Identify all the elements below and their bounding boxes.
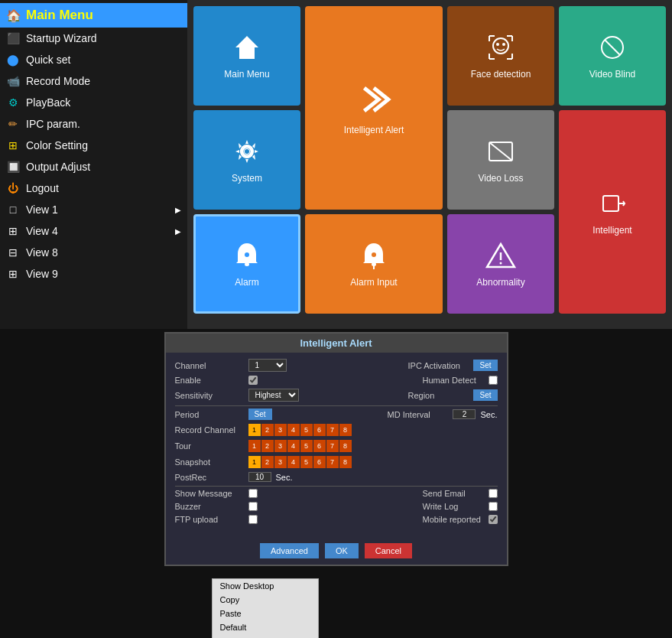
human-detect-checkbox[interactable] [489, 376, 498, 385]
buzzer-label: Buzzer [175, 502, 244, 511]
sidebar-item-ipc-param[interactable]: ✏ IPC param. [0, 113, 187, 135]
menu-title[interactable]: 🏠 Main Menu [0, 3, 187, 28]
ftp-upload-checkbox[interactable] [248, 515, 258, 524]
mobile-reported-checkbox[interactable] [489, 515, 498, 524]
ipc-activation-set-button[interactable]: Set [473, 360, 497, 371]
tile-abnormality[interactable]: Abnormality [447, 214, 554, 314]
ch-btn-6[interactable]: 6 [313, 424, 326, 436]
ipc-activation-label: IPC Activation [407, 361, 469, 370]
channel-dropdown[interactable]: 1234 [248, 359, 287, 372]
sidebar-item-view4[interactable]: ⊞ View 4 ▶ [0, 220, 187, 242]
sidebar-item-label: IPC param. [26, 118, 80, 130]
ipc-param-icon: ✏ [6, 117, 20, 131]
alarm-icon [232, 240, 262, 271]
tour-ch-btn-2[interactable]: 2 [261, 440, 274, 452]
postrec-input[interactable] [248, 472, 271, 482]
snap-ch-btn-8[interactable]: 8 [339, 456, 352, 468]
sidebar-item-startup-wizard[interactable]: ⬛ Startup Wizard [0, 28, 187, 49]
context-copy[interactable]: Copy [213, 593, 318, 607]
tile-alarm-input[interactable]: Alarm Input [305, 214, 443, 314]
view4-icon: ⊞ [6, 224, 20, 238]
dialog-body: Channel 1234 IPC Activation Set Enable H… [166, 353, 507, 534]
cancel-button[interactable]: Cancel [365, 543, 412, 558]
tile-system[interactable]: System [193, 110, 300, 210]
tile-intelligent-alert-label: Intelligent Alert [344, 125, 404, 135]
send-email-label: Send Email [423, 489, 484, 498]
snap-ch-btn-5[interactable]: 5 [300, 456, 313, 468]
tour-ch-btn-8[interactable]: 8 [339, 440, 352, 452]
tour-label: Tour [175, 441, 244, 451]
tour-ch-btn-5[interactable]: 5 [300, 440, 313, 452]
region-set-button[interactable]: Set [473, 389, 497, 401]
tour-ch-btn-7[interactable]: 7 [326, 440, 339, 452]
context-record-conf[interactable]: Record Conf. [213, 634, 318, 638]
enable-checkbox[interactable] [248, 376, 258, 385]
chevron-right-icon [355, 80, 393, 119]
view1-icon: □ [6, 203, 20, 216]
ch-btn-2[interactable]: 2 [261, 424, 274, 436]
write-log-checkbox[interactable] [489, 502, 498, 511]
sidebar-item-view9[interactable]: ⊞ View 9 [0, 263, 187, 285]
svg-point-7 [245, 149, 249, 154]
ch-btn-5[interactable]: 5 [300, 424, 313, 436]
tile-alarm[interactable]: Alarm [193, 214, 300, 314]
tile-intelligent-alert[interactable]: Intelligent Alert [305, 6, 443, 210]
ch-btn-7[interactable]: 7 [326, 424, 339, 436]
ch-btn-4[interactable]: 4 [287, 424, 300, 436]
tile-video-blind-label: Video Blind [589, 69, 636, 80]
abnormality-icon [485, 240, 516, 271]
ok-button[interactable]: OK [325, 543, 359, 558]
snap-ch-btn-4[interactable]: 4 [287, 456, 300, 468]
snap-ch-btn-3[interactable]: 3 [274, 456, 287, 468]
sidebar-item-color-setting[interactable]: ⊞ Color Setting [0, 135, 187, 156]
tile-video-loss[interactable]: Video Loss [447, 110, 554, 210]
svg-point-0 [493, 38, 508, 54]
bottom-section: Intelligent Alert Channel 1234 IPC Activ… [0, 329, 672, 638]
context-default[interactable]: Default [213, 620, 318, 634]
snap-ch-btn-6[interactable]: 6 [313, 456, 326, 468]
md-interval-input[interactable] [453, 409, 476, 419]
context-show-desktop[interactable]: Show Desktop [213, 579, 318, 593]
ch-btn-3[interactable]: 3 [274, 424, 287, 436]
tour-row: Tour 1 2 3 4 5 6 7 8 [175, 440, 498, 452]
arrow-icon: ▶ [175, 227, 181, 236]
tile-video-blind[interactable]: Video Blind [559, 6, 666, 106]
sidebar-item-view8[interactable]: ⊟ View 8 [0, 242, 187, 263]
show-message-label: Show Message [175, 489, 244, 498]
record-channel-buttons: 1 2 3 4 5 6 7 8 [248, 424, 352, 436]
snap-ch-btn-1[interactable]: 1 [248, 456, 261, 468]
advanced-button[interactable]: Advanced [260, 543, 319, 558]
svg-rect-17 [603, 196, 618, 211]
tour-ch-btn-3[interactable]: 3 [274, 440, 287, 452]
tour-ch-btn-6[interactable]: 6 [313, 440, 326, 452]
sensitivity-label: Sensitivity [175, 391, 244, 400]
video-blind-icon [597, 32, 628, 63]
output-adjust-icon: 🔲 [6, 160, 20, 174]
tile-alarm-label: Alarm [235, 277, 258, 288]
tour-ch-btn-1[interactable]: 1 [248, 440, 261, 452]
write-log-label: Write Log [423, 502, 484, 511]
sidebar-item-output-adjust[interactable]: 🔲 Output Adjust [0, 156, 187, 177]
ch-btn-1[interactable]: 1 [248, 424, 261, 436]
sidebar-item-view1[interactable]: □ View 1 ▶ [0, 199, 187, 220]
tile-face-detection[interactable]: Face detection [447, 6, 554, 106]
sidebar-item-playback[interactable]: ⚙ PlayBack [0, 92, 187, 113]
record-mode-icon: 📹 [6, 74, 20, 88]
show-message-checkbox[interactable] [248, 489, 258, 498]
sidebar-item-quick-set[interactable]: ⬤ Quick set [0, 49, 187, 70]
tour-ch-btn-4[interactable]: 4 [287, 440, 300, 452]
tile-intelligent[interactable]: Intelligent [559, 110, 666, 314]
context-paste[interactable]: Paste [213, 607, 318, 620]
send-email-checkbox[interactable] [489, 489, 498, 498]
ch-btn-8[interactable]: 8 [339, 424, 352, 436]
buzzer-checkbox[interactable] [248, 502, 258, 511]
video-loss-icon [485, 136, 516, 167]
sensitivity-dropdown[interactable]: HighestHighMediumLow [248, 389, 299, 402]
snap-ch-btn-2[interactable]: 2 [261, 456, 274, 468]
sidebar-item-record-mode[interactable]: 📹 Record Mode [0, 70, 187, 92]
channel-label: Channel [175, 361, 244, 370]
period-set-button[interactable]: Set [248, 409, 272, 420]
tile-main-menu[interactable]: Main Menu [193, 6, 300, 106]
snap-ch-btn-7[interactable]: 7 [326, 456, 339, 468]
sidebar-item-logout[interactable]: ⏻ Logout [0, 177, 187, 199]
